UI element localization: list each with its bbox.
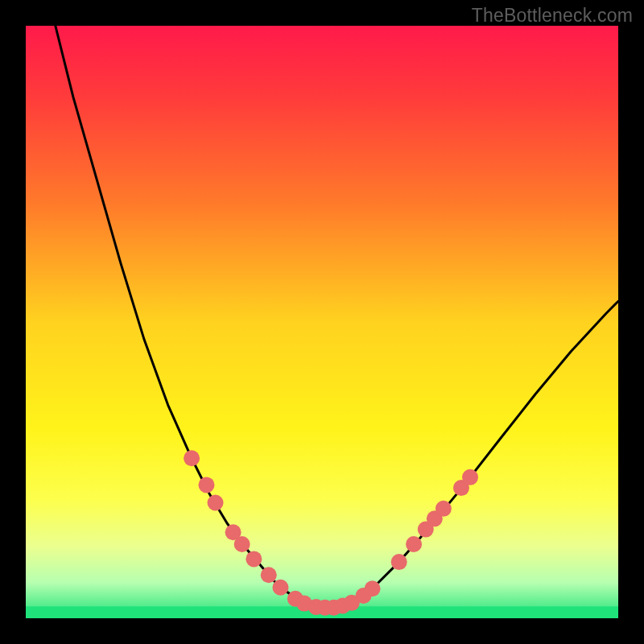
chart-frame: TheBottleneck.com [0, 0, 644, 644]
plot-area [26, 26, 618, 618]
svg-point-18 [365, 580, 381, 597]
svg-point-9 [272, 580, 288, 596]
svg-point-25 [462, 469, 478, 485]
svg-point-20 [406, 536, 422, 552]
svg-point-6 [234, 536, 250, 552]
svg-point-8 [261, 567, 277, 583]
svg-point-7 [246, 551, 262, 567]
svg-point-2 [184, 450, 200, 466]
svg-point-4 [208, 494, 224, 510]
svg-point-19 [391, 554, 407, 570]
svg-rect-0 [26, 26, 618, 618]
chart-svg [26, 26, 618, 618]
svg-point-23 [436, 501, 452, 517]
svg-point-3 [198, 477, 214, 493]
watermark-text: TheBottleneck.com [472, 5, 633, 27]
